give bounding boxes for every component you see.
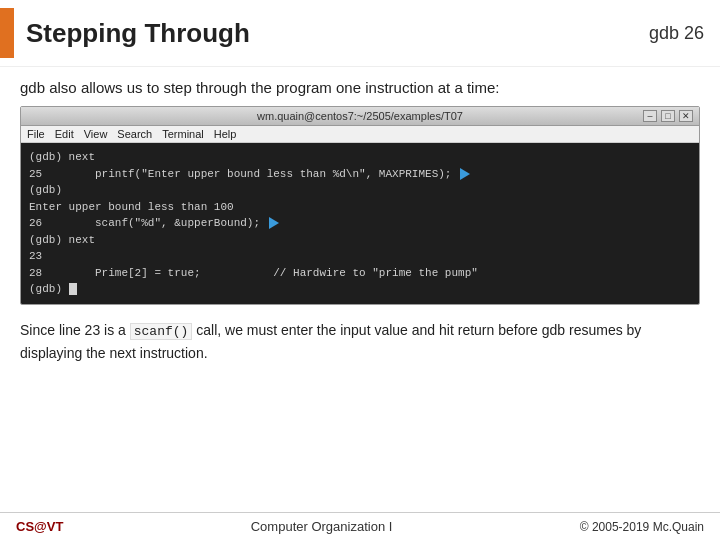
footer-copyright: © 2005-2019 Mc.Quain: [580, 520, 704, 534]
term-line-3: (gdb): [29, 182, 691, 199]
minimize-button[interactable]: –: [643, 110, 657, 122]
footer-course: Computer Organization I: [251, 519, 393, 534]
slide-footer: CS@VT Computer Organization I © 2005-201…: [0, 512, 720, 540]
terminal-menubar: File Edit View Search Terminal Help: [21, 126, 699, 143]
description-text: Since line 23 is a scanf() call, we must…: [20, 319, 700, 365]
menu-view[interactable]: View: [84, 128, 108, 140]
menu-help[interactable]: Help: [214, 128, 237, 140]
desc-before: Since line 23 is a: [20, 322, 130, 338]
term-line-2: 25 printf("Enter upper bound less than %…: [29, 166, 691, 183]
term-line-9: (gdb): [29, 281, 691, 298]
term-line-4: Enter upper bound less than 100: [29, 199, 691, 216]
arrow-icon-2: [269, 217, 279, 229]
term-line-5: 26 scanf("%d", &upperBound);: [29, 215, 691, 232]
close-button[interactable]: ✕: [679, 110, 693, 122]
menu-edit[interactable]: Edit: [55, 128, 74, 140]
intro-text: gdb also allows us to step through the p…: [20, 79, 700, 96]
arrow-icon-1: [460, 168, 470, 180]
header-left: Stepping Through: [0, 8, 250, 58]
slide-title: Stepping Through: [26, 18, 250, 49]
terminal-body: (gdb) next 25 printf("Enter upper bound …: [21, 143, 699, 304]
term-line-7: 23: [29, 248, 691, 265]
slide-number: gdb 26: [649, 23, 704, 44]
main-content: gdb also allows us to step through the p…: [0, 67, 720, 385]
term-line-8: 28 Prime[2] = true; // Hardwire to "prim…: [29, 265, 691, 282]
terminal-window: wm.quain@centos7:~/2505/examples/T07 – □…: [20, 106, 700, 305]
menu-search[interactable]: Search: [117, 128, 152, 140]
terminal-title-text: wm.quain@centos7:~/2505/examples/T07: [77, 110, 643, 122]
menu-terminal[interactable]: Terminal: [162, 128, 204, 140]
terminal-titlebar: wm.quain@centos7:~/2505/examples/T07 – □…: [21, 107, 699, 126]
term-line-1: (gdb) next: [29, 149, 691, 166]
menu-file[interactable]: File: [27, 128, 45, 140]
slide-header: Stepping Through gdb 26: [0, 0, 720, 67]
orange-accent-bar: [0, 8, 14, 58]
terminal-controls: – □ ✕: [643, 110, 693, 122]
maximize-button[interactable]: □: [661, 110, 675, 122]
desc-code: scanf(): [130, 323, 193, 340]
term-line-6: (gdb) next: [29, 232, 691, 249]
cursor-block: [69, 283, 77, 295]
footer-institution: CS@VT: [16, 519, 63, 534]
